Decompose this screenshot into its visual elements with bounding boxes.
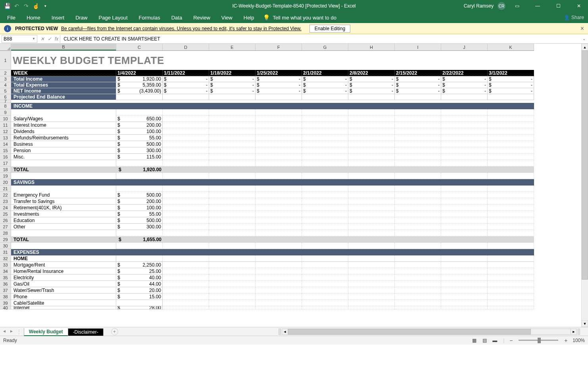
cell[interactable] xyxy=(256,268,302,274)
cell[interactable]: SAVINGS xyxy=(11,179,116,186)
cell[interactable] xyxy=(256,128,302,135)
cell-money[interactable]: $1,920.00 xyxy=(116,76,163,82)
cell[interactable] xyxy=(163,281,209,287)
cell[interactable] xyxy=(256,300,302,306)
cell[interactable] xyxy=(395,230,441,236)
cell[interactable] xyxy=(348,154,395,160)
cell[interactable] xyxy=(163,249,209,255)
cell[interactable] xyxy=(302,268,348,274)
row-header-12[interactable]: 12 xyxy=(0,128,11,135)
cell[interactable] xyxy=(441,268,488,274)
cell[interactable] xyxy=(11,173,116,179)
row-header-18[interactable]: 18 xyxy=(0,166,11,173)
cell[interactable] xyxy=(209,109,256,116)
close-bar-icon[interactable]: × xyxy=(580,25,584,32)
touch-mode-icon[interactable]: ☝ xyxy=(32,2,40,10)
cell[interactable] xyxy=(441,217,488,224)
chevron-down-icon[interactable]: ▼ xyxy=(32,37,35,41)
cell[interactable] xyxy=(302,128,348,135)
cell[interactable] xyxy=(163,109,209,116)
cell[interactable] xyxy=(116,255,163,262)
row-header-15[interactable]: 15 xyxy=(0,147,11,154)
row-header-29[interactable]: 29 xyxy=(0,236,11,243)
cell[interactable] xyxy=(209,147,256,154)
cell[interactable] xyxy=(302,205,348,211)
row-header-3[interactable]: 3 xyxy=(0,76,11,82)
cell[interactable] xyxy=(209,173,256,179)
cell[interactable] xyxy=(395,281,441,287)
cell[interactable] xyxy=(348,109,395,116)
cell[interactable] xyxy=(302,166,348,173)
row-header-4[interactable]: 4 xyxy=(0,82,11,88)
cell[interactable] xyxy=(488,135,534,141)
cell-money[interactable]: $200.00 xyxy=(116,122,163,128)
cell[interactable] xyxy=(209,243,256,249)
cell[interactable] xyxy=(256,294,302,300)
cell-money[interactable]: $500.00 xyxy=(116,141,163,147)
ribbon-tab-home[interactable]: Home xyxy=(21,12,46,23)
cell[interactable] xyxy=(256,198,302,205)
cell[interactable] xyxy=(348,94,395,100)
cell[interactable] xyxy=(209,249,256,255)
cell[interactable] xyxy=(256,274,302,281)
cell[interactable] xyxy=(163,147,209,154)
cell[interactable] xyxy=(348,262,395,268)
cell[interactable] xyxy=(348,268,395,274)
cell[interactable] xyxy=(302,186,348,192)
cell[interactable] xyxy=(441,236,488,243)
cell[interactable]: 2/22/2022 xyxy=(441,70,488,76)
cell[interactable] xyxy=(163,255,209,262)
cell-money[interactable]: $- xyxy=(209,82,256,88)
cell[interactable] xyxy=(209,217,256,224)
cell-money[interactable]: $115.00 xyxy=(116,154,163,160)
cell[interactable]: Total Income xyxy=(11,76,116,82)
column-header-G[interactable]: G xyxy=(302,44,348,50)
cell[interactable] xyxy=(488,51,534,70)
cell[interactable] xyxy=(395,211,441,217)
maximize-button[interactable]: ☐ xyxy=(549,0,567,12)
cell[interactable] xyxy=(488,211,534,217)
select-all-corner[interactable] xyxy=(0,44,11,51)
cell-money[interactable]: $- xyxy=(209,88,256,94)
cell[interactable] xyxy=(163,173,209,179)
cell-money[interactable]: $100.00 xyxy=(116,128,163,135)
cell-money[interactable]: $2,250.00 xyxy=(116,262,163,268)
save-icon[interactable]: 💾 xyxy=(3,2,11,10)
cell[interactable]: Transfer to Savings xyxy=(11,198,116,205)
row-header-31[interactable]: 31 xyxy=(0,249,11,255)
cell[interactable] xyxy=(163,268,209,274)
cell[interactable] xyxy=(302,262,348,268)
cell[interactable] xyxy=(256,243,302,249)
cell-money[interactable]: $- xyxy=(348,88,395,94)
cell[interactable]: Electricity xyxy=(11,274,116,281)
cell[interactable] xyxy=(348,166,395,173)
cell[interactable] xyxy=(441,116,488,122)
cell[interactable] xyxy=(163,217,209,224)
cell[interactable] xyxy=(209,103,256,109)
close-button[interactable]: ✕ xyxy=(570,0,588,12)
row-header-7[interactable]: 7 xyxy=(0,100,11,103)
cell[interactable]: 1/18/2022 xyxy=(209,70,256,76)
cell[interactable] xyxy=(302,51,348,70)
row-header-21[interactable]: 21 xyxy=(0,186,11,192)
cell[interactable] xyxy=(163,166,209,173)
cell[interactable] xyxy=(163,179,209,186)
user-avatar[interactable]: CR xyxy=(498,2,505,10)
scroll-down-icon[interactable]: ▼ xyxy=(582,320,588,327)
row-header-34[interactable]: 34 xyxy=(0,268,11,274)
cell[interactable] xyxy=(488,249,534,255)
cell[interactable]: Business xyxy=(11,141,116,147)
undo-icon[interactable]: ↶ xyxy=(13,2,21,10)
cell[interactable] xyxy=(209,230,256,236)
row-header-2[interactable]: 2 xyxy=(0,70,11,76)
ribbon-tab-data[interactable]: Data xyxy=(166,12,188,23)
cell[interactable] xyxy=(209,255,256,262)
confirm-formula-icon[interactable]: ✓ xyxy=(48,36,52,42)
row-header-13[interactable]: 13 xyxy=(0,135,11,141)
cell[interactable] xyxy=(163,262,209,268)
cell-money[interactable]: $- xyxy=(395,88,441,94)
cell[interactable] xyxy=(348,100,395,103)
cell[interactable] xyxy=(209,287,256,294)
sheet-nav-next-icon[interactable]: ► xyxy=(10,329,13,334)
row-header-20[interactable]: 20 xyxy=(0,179,11,186)
